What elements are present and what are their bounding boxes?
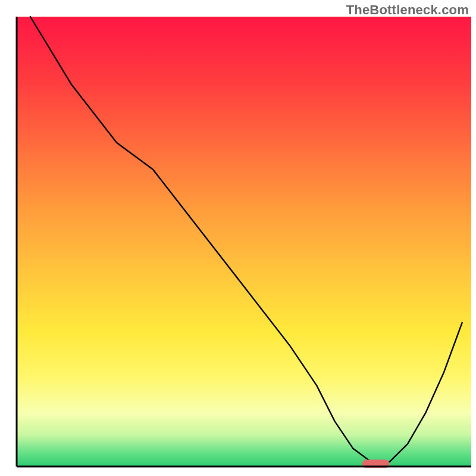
plot-background <box>17 17 471 466</box>
bottleneck-chart <box>0 0 476 476</box>
watermark-text: TheBottleneck.com <box>346 2 469 18</box>
